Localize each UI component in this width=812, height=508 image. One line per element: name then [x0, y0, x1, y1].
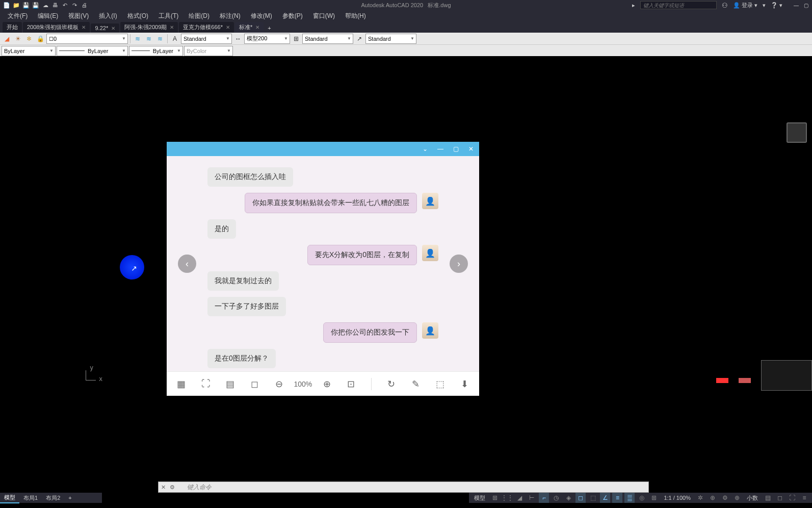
layer-props-icon[interactable]: ◢ — [2, 34, 12, 44]
chat-close-icon[interactable]: ✕ — [467, 145, 475, 153]
polar-icon[interactable]: ◷ — [551, 493, 561, 503]
model-tab[interactable]: 模型 — [0, 493, 19, 503]
dynamic-icon[interactable]: ⊢ — [527, 493, 537, 503]
iso-icon[interactable]: ◈ — [563, 493, 573, 503]
cmd-config-icon[interactable]: ⚙ — [168, 482, 177, 492]
menu-dimension[interactable]: 标注(N) — [215, 10, 246, 22]
edit-icon[interactable]: ✎ — [411, 378, 420, 390]
chat-next-button[interactable]: › — [450, 255, 468, 273]
web-icon[interactable]: ☁ — [41, 1, 49, 9]
layer-prev-icon[interactable]: ≋ — [144, 34, 154, 44]
tab-start[interactable]: 开始 — [3, 22, 22, 33]
menu-draw[interactable]: 绘图(D) — [184, 10, 215, 22]
menu-edit[interactable]: 编辑(E) — [33, 10, 63, 22]
tab-doc-2[interactable]: 9.22*✕ — [91, 23, 119, 33]
grid-icon[interactable]: ⊞ — [490, 493, 500, 503]
menu-format[interactable]: 格式(O) — [122, 10, 153, 22]
units-label[interactable]: 小数 — [744, 494, 761, 502]
model-label[interactable]: 模型 — [472, 494, 488, 502]
help-icon[interactable]: ❔ ▾ — [771, 2, 782, 9]
chat-collapse-icon[interactable]: ⌄ — [421, 145, 429, 153]
fullscreen-icon[interactable]: ⛶ — [201, 378, 211, 390]
command-line[interactable]: ✕ ⚙ 键入命令 — [158, 481, 649, 493]
color-selector[interactable]: ByLayer — [2, 46, 56, 56]
tab-close-icon[interactable]: ✕ — [226, 24, 230, 30]
maximize-icon[interactable]: ▢ — [802, 2, 809, 9]
save-icon[interactable]: 💾 — [22, 1, 30, 9]
menu-tools[interactable]: 工具(T) — [153, 10, 184, 22]
dimstyle-icon[interactable]: ↔ — [233, 34, 243, 44]
saveas-icon[interactable]: 💾 — [32, 1, 40, 9]
print-icon[interactable]: 🖨 — [80, 1, 88, 9]
ortho-icon[interactable]: ⌐ — [539, 493, 549, 503]
rotate-icon[interactable]: ↻ — [387, 378, 396, 390]
command-input[interactable]: 键入命令 — [177, 483, 648, 492]
lineweight-selector[interactable]: ByLayer — [129, 46, 183, 56]
layout1-tab[interactable]: 布局1 — [19, 493, 42, 503]
drawing-canvas[interactable]: y x ⌄ — ▢ ✕ ‹ › 公司的图框怎么插入哇 你如果直接复制粘贴就会带来… — [0, 56, 812, 482]
chat-titlebar[interactable]: ⌄ — ▢ ✕ — [167, 142, 479, 156]
workspace-icon[interactable]: ⚙ — [720, 493, 730, 503]
tab-doc-5[interactable]: 标准*✕ — [235, 22, 264, 33]
tablestyle-selector[interactable]: Standard — [302, 34, 353, 44]
layer-match-icon[interactable]: ≋ — [133, 34, 143, 44]
menu-window[interactable]: 窗口(W) — [308, 10, 340, 22]
app-store-icon[interactable]: ▾ — [763, 2, 766, 9]
nav-thumbnail[interactable] — [761, 360, 812, 391]
fit-icon[interactable]: ◻ — [250, 378, 259, 390]
tab-close-icon[interactable]: ✕ — [82, 24, 86, 30]
menu-parametric[interactable]: 参数(P) — [277, 10, 308, 22]
menu-file[interactable]: 文件(F) — [3, 10, 33, 22]
actual-size-icon[interactable]: ⊡ — [347, 378, 356, 390]
scale-label[interactable]: 1:1 / 100% — [661, 495, 693, 501]
tab-add-button[interactable]: + — [265, 23, 274, 33]
layer-states-icon[interactable]: ☀ — [13, 34, 23, 44]
search-input[interactable] — [640, 1, 717, 9]
cycling-icon[interactable]: ◎ — [637, 493, 647, 503]
anno-vis-icon[interactable]: ⊕ — [708, 493, 718, 503]
transparency-icon[interactable]: ▒ — [624, 493, 635, 503]
osnap-icon[interactable]: ◻ — [575, 493, 586, 503]
crop-icon[interactable]: ⬚ — [435, 378, 444, 390]
zoom-in-icon[interactable]: ⊕ — [322, 378, 331, 390]
tablestyle-icon[interactable]: ⊞ — [291, 34, 301, 44]
zoom-out-icon[interactable]: ⊖ — [275, 378, 284, 390]
chat-minimize-icon[interactable]: — — [436, 145, 444, 153]
textstyle-selector[interactable]: Standard — [181, 34, 232, 44]
plotstyle-selector[interactable]: ByColor — [184, 46, 233, 56]
snap-icon[interactable]: ⋮⋮ — [502, 493, 512, 503]
ocr-icon[interactable]: ▤ — [226, 378, 235, 390]
tab-close-icon[interactable]: ✕ — [111, 26, 115, 31]
mleaderstyle-selector[interactable]: Standard — [365, 34, 416, 44]
layer-manager-icon[interactable]: ≋ — [155, 34, 165, 44]
textstyle-icon[interactable]: A — [170, 34, 180, 44]
mleaderstyle-icon[interactable]: ↗ — [354, 34, 364, 44]
dimstyle-selector[interactable]: 模型200 — [244, 34, 290, 44]
chat-prev-button[interactable]: ‹ — [178, 255, 196, 273]
quickprops-icon[interactable]: ▤ — [763, 493, 773, 503]
menu-help[interactable]: 帮助(H) — [340, 10, 371, 22]
viewcube[interactable] — [787, 122, 807, 143]
infer-icon[interactable]: ◢ — [514, 493, 525, 503]
add-layout-button[interactable]: + — [64, 494, 75, 502]
new-icon[interactable]: 📄 — [3, 1, 11, 9]
download-icon[interactable]: ⬇ — [460, 378, 469, 390]
chat-body[interactable]: ‹ › 公司的图框怎么插入哇 你如果直接复制粘贴就会带来一些乱七八糟的图层👤 是… — [167, 156, 479, 371]
redo-icon[interactable]: ↷ — [70, 1, 78, 9]
menu-view[interactable]: 视图(V) — [63, 10, 94, 22]
share-icon[interactable]: ⚇ — [722, 2, 728, 9]
plot-icon[interactable]: 🖶 — [51, 1, 59, 9]
login-button[interactable]: 👤 登录 ▾ — [733, 2, 757, 9]
monitor-icon[interactable]: ⊕ — [732, 493, 742, 503]
annotation-icon[interactable]: ⊞ — [649, 493, 659, 503]
tab-doc-1[interactable]: 2008朱强初级班模板✕ — [23, 22, 90, 33]
cmd-close-icon[interactable]: ✕ — [159, 482, 168, 492]
linetype-selector[interactable]: ByLayer — [57, 46, 128, 56]
layer-selector[interactable]: ◻ 0 — [46, 34, 128, 44]
undo-icon[interactable]: ↶ — [61, 1, 69, 9]
layer-lock-icon[interactable]: 🔒 — [35, 34, 45, 44]
tab-doc-3[interactable]: 阿强-朱强2009期✕ — [120, 22, 178, 33]
customization-icon[interactable]: ≡ — [799, 493, 809, 503]
menu-insert[interactable]: 插入(I) — [94, 10, 122, 22]
minimize-icon[interactable]: — — [793, 2, 800, 9]
